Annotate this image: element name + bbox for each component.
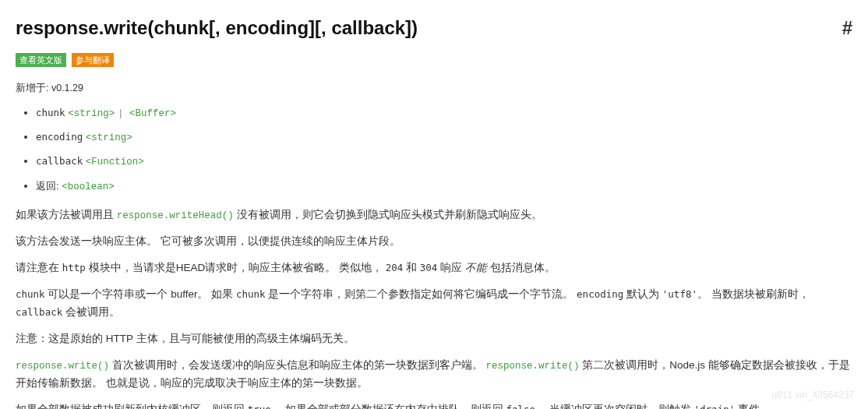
paragraph-2: 该方法会发送一块响应主体。 它可被多次调用，以便提供连续的响应主体片段。 bbox=[16, 233, 852, 251]
code-response-write: response.write() bbox=[16, 361, 109, 372]
type-separator: | bbox=[118, 108, 129, 119]
type-link-function[interactable]: <Function> bbox=[86, 157, 144, 167]
text: 响应 bbox=[437, 262, 465, 273]
param-chunk: chunk <string> | <Buffer> bbox=[36, 104, 852, 122]
emphasis-cannot: 不能 bbox=[465, 262, 487, 273]
code-encoding: encoding bbox=[577, 288, 623, 300]
code-http: http bbox=[62, 262, 86, 273]
text: 会被调用。 bbox=[62, 306, 120, 318]
text: 。 当缓冲区再次空闲时，则触发 bbox=[535, 404, 694, 409]
text: 和 bbox=[403, 262, 420, 273]
param-callback: callback <Function> bbox=[36, 153, 852, 171]
text: 包括消息体。 bbox=[487, 262, 556, 273]
code-true: true bbox=[248, 404, 271, 409]
text: 没有被调用，则它会切换到隐式响应头模式并刷新隐式响应头。 bbox=[234, 209, 542, 220]
return-label: 返回: bbox=[36, 180, 62, 192]
paragraph-6: response.write() 首次被调用时，会发送缓冲的响应头信息和响应主体… bbox=[16, 357, 852, 393]
heading-text: response.write(chunk[, encoding][, callb… bbox=[16, 12, 418, 44]
type-link-buffer[interactable]: <Buffer> bbox=[129, 108, 176, 119]
text: 模块中，当请求是HEAD请求时，响应主体被省略。 类似地， bbox=[86, 262, 386, 273]
code-response-write: response.write() bbox=[486, 361, 580, 372]
param-name: chunk bbox=[36, 107, 65, 118]
paragraph-5: 注意：这是原始的 HTTP 主体，且与可能被使用的高级主体编码无关。 bbox=[16, 330, 852, 348]
text: 如果该方法被调用且 bbox=[16, 209, 117, 220]
code-false: false bbox=[506, 404, 535, 409]
contribute-translation-badge[interactable]: 参与翻译 bbox=[72, 53, 114, 67]
type-link-string[interactable]: <string> bbox=[68, 108, 115, 119]
code-chunk: chunk bbox=[236, 288, 266, 300]
text: 如果全部数据被成功刷新到内核缓冲区，则返回 bbox=[16, 404, 248, 409]
param-name: callback bbox=[36, 155, 83, 167]
text: 。 如果全部或部分数据还在内存中排队，则返回 bbox=[271, 404, 506, 409]
parameter-list: chunk <string> | <Buffer> encoding <stri… bbox=[16, 104, 852, 196]
text: 可以是一个字符串或一个 buffer。 如果 bbox=[45, 288, 236, 300]
param-return: 返回: <boolean> bbox=[36, 178, 852, 196]
section-heading: response.write(chunk[, encoding][, callb… bbox=[16, 12, 852, 44]
code-utf8: 'utf8' bbox=[662, 288, 697, 300]
text: 请注意在 bbox=[16, 262, 62, 273]
param-name: encoding bbox=[36, 131, 83, 143]
paragraph-3: 请注意在 http 模块中，当请求是HEAD请求时，响应主体被省略。 类似地， … bbox=[16, 259, 852, 277]
badge-row: 查看英文版 参与翻译 bbox=[16, 51, 852, 69]
added-in-version: 新增于: v0.1.29 bbox=[16, 80, 852, 97]
paragraph-7: 如果全部数据被成功刷新到内核缓冲区，则返回 true。 如果全部或部分数据还在内… bbox=[16, 401, 852, 409]
text: 首次被调用时，会发送缓冲的响应头信息和响应主体的第一块数据到客户端。 bbox=[109, 359, 486, 371]
code-204: 204 bbox=[386, 262, 404, 273]
text: 。 当数据块被刷新时， bbox=[697, 288, 810, 300]
text: 默认为 bbox=[623, 288, 662, 300]
text: 事件。 bbox=[735, 404, 771, 409]
type-link-boolean[interactable]: <boolean> bbox=[62, 182, 115, 192]
code-response-writehead: response.writeHead() bbox=[117, 210, 234, 221]
type-link-string[interactable]: <string> bbox=[86, 132, 132, 143]
code-chunk: chunk bbox=[16, 288, 45, 300]
code-callback: callback bbox=[16, 306, 62, 318]
text: 是一个字符串，则第二个参数指定如何将它编码成一个字节流。 bbox=[266, 288, 577, 300]
param-encoding: encoding <string> bbox=[36, 129, 852, 146]
code-304: 304 bbox=[420, 262, 438, 273]
paragraph-4: chunk 可以是一个字符串或一个 buffer。 如果 chunk 是一个字符… bbox=[16, 286, 852, 322]
code-drain: 'drain' bbox=[694, 404, 736, 409]
heading-anchor-link[interactable]: # bbox=[842, 12, 852, 44]
paragraph-1: 如果该方法被调用且 response.writeHead() 没有被调用，则它会… bbox=[16, 206, 852, 224]
view-english-badge[interactable]: 查看英文版 bbox=[16, 53, 66, 67]
